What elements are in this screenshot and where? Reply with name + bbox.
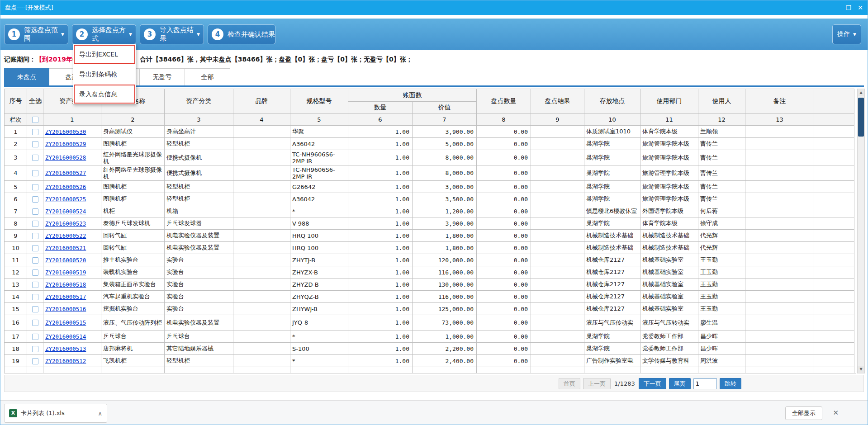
row-checkbox[interactable] <box>32 320 38 326</box>
tab-1[interactable]: 未盘点 <box>4 68 49 85</box>
row-checkbox[interactable] <box>32 294 38 300</box>
asset-code-link[interactable]: ZY2016000528 <box>45 154 86 161</box>
remark-cell <box>745 315 814 331</box>
row-checkbox[interactable] <box>32 269 38 276</box>
user-cell: 兰顺领 <box>698 126 745 138</box>
row-checkbox[interactable] <box>32 141 38 147</box>
menu-item[interactable]: 导出到条码枪 <box>73 64 136 84</box>
scroll-up-icon[interactable]: ▲ <box>858 89 864 96</box>
next-page-button[interactable]: 下一页 <box>639 378 666 389</box>
row-index: 6 <box>5 193 27 205</box>
page-jump-input[interactable] <box>693 378 717 389</box>
vertical-scrollbar[interactable]: ▲ ▼ <box>857 89 865 373</box>
asset-code-link[interactable]: ZY2016000529 <box>45 141 86 147</box>
header-department: 使用部门 <box>640 89 698 114</box>
model-cell: ZHYTJ-B <box>290 254 348 266</box>
asset-code-link[interactable]: ZY2016000513 <box>45 345 86 352</box>
book-qty-cell: 1.00 <box>348 217 413 230</box>
window-close-icon[interactable]: ✕ <box>858 4 863 11</box>
row-checkbox[interactable] <box>32 346 38 352</box>
step-button-3[interactable]: 3导入盘点结果▼ <box>140 24 204 44</box>
asset-code-link[interactable]: ZY2016000515 <box>45 319 86 326</box>
asset-name-cell: 红外网络星光球形摄像机 <box>101 150 165 165</box>
brand-cell <box>233 343 290 355</box>
select-all-checkbox[interactable] <box>32 117 38 123</box>
lanci-label: 栏次 <box>5 114 27 126</box>
scrollbar-thumb[interactable] <box>858 98 864 137</box>
last-page-button[interactable]: 尾页 <box>669 378 691 389</box>
asset-code-link[interactable]: ZY2016000525 <box>45 196 86 203</box>
asset-code-link[interactable]: ZY2016000522 <box>45 232 86 239</box>
asset-code-link[interactable]: ZY2016000520 <box>45 257 86 264</box>
row-checkbox[interactable] <box>32 245 38 251</box>
location-cell: 机械制造技术基础 <box>584 230 640 242</box>
header-filler <box>814 89 854 114</box>
row-checkbox[interactable] <box>32 221 38 227</box>
row-checkbox[interactable] <box>32 358 38 364</box>
step-button-1[interactable]: 1筛选盘点范围▼ <box>4 24 68 44</box>
asset-code-cell: ZY2016000512 <box>43 355 101 367</box>
row-checkbox[interactable] <box>32 233 38 239</box>
asset-code-link[interactable]: ZY2016000518 <box>45 281 86 288</box>
asset-code-link[interactable]: ZY2016000517 <box>45 293 86 300</box>
column-number: 11 <box>640 114 698 126</box>
action-button[interactable]: 操作 ▼ <box>832 24 861 44</box>
download-bar-close-icon[interactable]: ✕ <box>833 409 839 417</box>
row-checkbox[interactable] <box>32 155 38 161</box>
location-cell: 巢湖学院 <box>584 343 640 355</box>
remark-cell <box>745 279 814 291</box>
location-cell: 机械仓库2127 <box>584 291 640 303</box>
chevron-up-icon[interactable]: ∧ <box>98 410 102 417</box>
show-all-button[interactable]: 全部显示 <box>785 406 822 420</box>
asset-code-link[interactable]: ZY2016000521 <box>45 245 86 251</box>
row-checkbox[interactable] <box>32 208 38 215</box>
row-checkbox[interactable] <box>32 184 38 190</box>
menu-item[interactable]: 录入盘点信息 <box>73 84 136 104</box>
asset-code-cell: ZY2016000525 <box>43 193 101 205</box>
asset-code-link[interactable]: ZY2016000516 <box>45 306 86 312</box>
asset-code-link[interactable]: ZY2016000519 <box>45 269 86 276</box>
model-cell: HRQ 100 <box>290 242 348 254</box>
tab-4[interactable]: 无盈亏 <box>140 68 185 85</box>
prev-page-button[interactable]: 上一页 <box>583 378 611 389</box>
asset-code-link[interactable]: ZY2016000512 <box>45 358 86 364</box>
row-checkbox[interactable] <box>32 282 38 288</box>
window-restore-icon[interactable]: ❐ <box>846 4 852 11</box>
step-button-4[interactable]: 4检查并确认结果 <box>208 24 275 44</box>
asset-code-link[interactable]: ZY2016000530 <box>45 128 86 135</box>
menu-item[interactable]: 导出到EXCEL <box>73 44 136 64</box>
tab-5[interactable]: 全部 <box>185 68 230 85</box>
row-checkbox[interactable] <box>32 257 38 264</box>
user-cell: 王玉勤 <box>698 254 745 266</box>
model-cell: * <box>290 331 348 343</box>
row-checkbox[interactable] <box>32 334 38 340</box>
asset-code-link[interactable]: ZY2016000523 <box>45 220 86 227</box>
model-cell: * <box>290 355 348 367</box>
scroll-down-icon[interactable]: ▼ <box>858 366 864 373</box>
row-index: 2 <box>5 138 27 150</box>
downloaded-file-chip[interactable]: X 卡片列表 (1).xls ∧ <box>4 404 107 423</box>
asset-code-link[interactable]: ZY2016000527 <box>45 170 86 176</box>
row-checkbox[interactable] <box>32 129 38 135</box>
user-cell: 何后蒋 <box>698 205 745 217</box>
asset-name-cell: 图腾机柜 <box>101 181 165 193</box>
step-button-2[interactable]: 2选择盘点方式▼ <box>72 24 136 44</box>
book-value-cell: 1,800.00 <box>413 230 477 242</box>
row-index: 19 <box>5 355 27 367</box>
row-filler <box>814 193 854 205</box>
first-page-button[interactable]: 首页 <box>559 378 580 389</box>
check-result-cell <box>531 254 584 266</box>
column-number: 8 <box>477 114 531 126</box>
row-checkbox[interactable] <box>32 170 38 176</box>
row-index: 14 <box>5 291 27 303</box>
check-qty-cell: 0.00 <box>477 126 531 138</box>
asset-code-link[interactable]: ZY2016000526 <box>45 184 86 190</box>
book-value-cell: 8,000.00 <box>413 165 477 181</box>
jump-button[interactable]: 跳转 <box>720 378 741 389</box>
row-checkbox[interactable] <box>32 196 38 203</box>
asset-code-link[interactable]: ZY2016000514 <box>45 333 86 340</box>
asset-code-link[interactable]: ZY2016000524 <box>45 208 86 215</box>
location-cell: 慎思楼北6楼教休室 <box>584 205 640 217</box>
row-filler <box>814 165 854 181</box>
row-checkbox[interactable] <box>32 306 38 312</box>
